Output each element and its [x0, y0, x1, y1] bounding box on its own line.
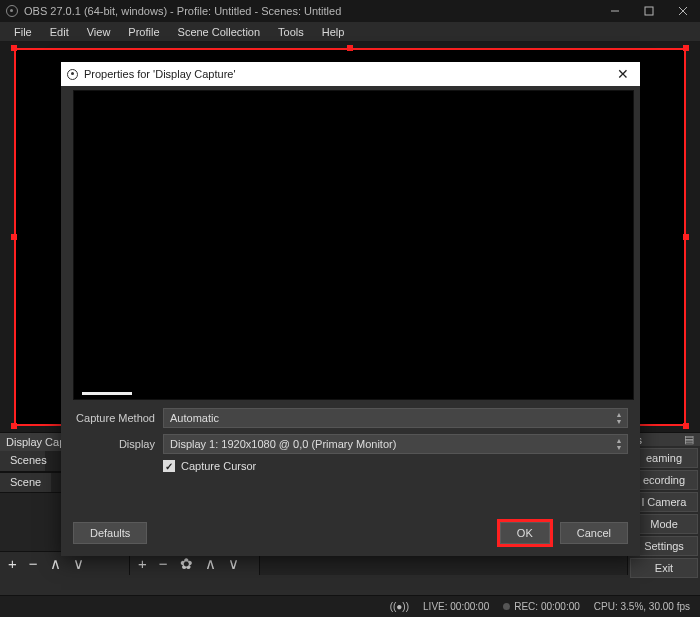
status-bar: ((●)) LIVE: 00:00:00 REC: 00:00:00 CPU: … — [0, 595, 700, 617]
source-down-icon[interactable]: ∨ — [228, 555, 239, 573]
dock-icon[interactable]: ▤ — [684, 433, 694, 446]
dialog-form: Capture Method Automatic ▲▼ Display Disp… — [61, 402, 640, 472]
scene-down-icon[interactable]: ∨ — [73, 555, 84, 573]
select-spinner-icon[interactable]: ▲▼ — [613, 436, 625, 452]
checkbox-icon: ✓ — [163, 460, 175, 472]
exit-button[interactable]: Exit — [630, 558, 698, 578]
add-source-icon[interactable]: + — [138, 555, 147, 572]
menu-profile[interactable]: Profile — [120, 24, 167, 40]
display-value: Display 1: 1920x1080 @ 0,0 (Primary Moni… — [170, 438, 396, 450]
resize-handle[interactable] — [683, 423, 689, 429]
scene-up-icon[interactable]: ∧ — [50, 555, 61, 573]
resize-handle[interactable] — [683, 234, 689, 240]
display-select[interactable]: Display 1: 1920x1080 @ 0,0 (Primary Moni… — [163, 434, 628, 454]
menu-edit[interactable]: Edit — [42, 24, 77, 40]
start-recording-button[interactable]: ecording — [630, 470, 698, 490]
resize-handle[interactable] — [11, 45, 17, 51]
studio-mode-button[interactable]: Mode — [630, 514, 698, 534]
dialog-close-button[interactable]: ✕ — [606, 62, 640, 86]
resize-handle[interactable] — [683, 45, 689, 51]
capture-method-value: Automatic — [170, 412, 219, 424]
start-streaming-button[interactable]: eaming — [630, 448, 698, 468]
remove-source-icon[interactable]: − — [159, 555, 168, 572]
close-button[interactable] — [666, 0, 700, 22]
settings-button[interactable]: Settings — [630, 536, 698, 556]
dialog-button-row: Defaults OK Cancel — [61, 514, 640, 556]
menu-scene-collection[interactable]: Scene Collection — [170, 24, 269, 40]
svg-rect-1 — [645, 7, 653, 15]
rec-indicator-icon — [503, 603, 510, 610]
resize-handle[interactable] — [347, 45, 353, 51]
source-props-icon[interactable]: ✿ — [180, 555, 193, 573]
remove-scene-icon[interactable]: − — [29, 555, 38, 572]
ok-button[interactable]: OK — [500, 522, 550, 544]
status-live: LIVE: 00:00:00 — [423, 601, 489, 612]
dialog-titlebar: Properties for 'Display Capture' ✕ — [61, 62, 640, 86]
virtual-camera-button[interactable]: l Camera — [630, 492, 698, 512]
dialog-app-icon — [67, 69, 78, 80]
capture-method-label: Capture Method — [73, 412, 155, 424]
defaults-button[interactable]: Defaults — [73, 522, 147, 544]
capture-method-select[interactable]: Automatic ▲▼ — [163, 408, 628, 428]
preview-scrub — [82, 392, 132, 395]
window-title: OBS 27.0.1 (64-bit, windows) - Profile: … — [24, 5, 341, 17]
menu-help[interactable]: Help — [314, 24, 353, 40]
menu-view[interactable]: View — [79, 24, 119, 40]
status-cpu: CPU: 3.5%, 30.00 fps — [594, 601, 690, 612]
cancel-button[interactable]: Cancel — [560, 522, 628, 544]
menubar: File Edit View Profile Scene Collection … — [0, 22, 700, 42]
add-scene-icon[interactable]: + — [8, 555, 17, 572]
dialog-preview — [73, 90, 634, 400]
tab-scene[interactable]: Scene — [0, 473, 51, 492]
properties-dialog: Properties for 'Display Capture' ✕ Captu… — [61, 62, 640, 556]
app-icon — [6, 5, 18, 17]
minimize-button[interactable] — [598, 0, 632, 22]
maximize-button[interactable] — [632, 0, 666, 22]
source-up-icon[interactable]: ∧ — [205, 555, 216, 573]
tab-scenes[interactable]: Scenes — [0, 451, 45, 471]
resize-handle[interactable] — [11, 234, 17, 240]
menu-file[interactable]: File — [6, 24, 40, 40]
capture-cursor-label: Capture Cursor — [181, 460, 256, 472]
select-spinner-icon[interactable]: ▲▼ — [613, 410, 625, 426]
status-rec: REC: 00:00:00 — [514, 601, 580, 612]
broadcast-icon: ((●)) — [390, 601, 409, 612]
menu-tools[interactable]: Tools — [270, 24, 312, 40]
window-titlebar: OBS 27.0.1 (64-bit, windows) - Profile: … — [0, 0, 700, 22]
capture-cursor-checkbox[interactable]: ✓ Capture Cursor — [163, 460, 628, 472]
dialog-title: Properties for 'Display Capture' — [84, 68, 236, 80]
display-label: Display — [73, 438, 155, 450]
resize-handle[interactable] — [11, 423, 17, 429]
